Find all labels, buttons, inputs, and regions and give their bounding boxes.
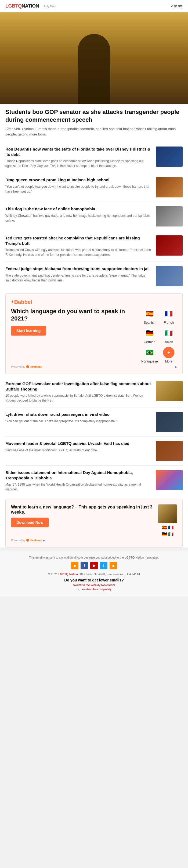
article-text: This dog is the new face of online homop… bbox=[5, 206, 152, 223]
featured-desc: After Sen. Cynthia Lummis made a transph… bbox=[5, 126, 183, 137]
ad2-flag-row: 🇪🇸 🇫🇷 bbox=[158, 525, 177, 530]
article-desc: The state government said that gender-af… bbox=[5, 273, 152, 283]
weekly-newsletter-link[interactable]: Switch to the Weekly Newsletter bbox=[73, 583, 115, 587]
ad-headline: Which language do you want to speak in 2… bbox=[11, 308, 137, 322]
logo-container: LGBTQNATION Daily Brief bbox=[5, 3, 56, 9]
portuguese-label: Portuguese bbox=[141, 360, 158, 363]
article-thumbnail bbox=[156, 147, 183, 167]
article-item[interactable]: Lyft driver shuts down racist passengers… bbox=[5, 407, 183, 437]
article-desc: 10 people were killed by a white suprema… bbox=[5, 393, 152, 403]
visit-site-link[interactable]: Visit site bbox=[171, 4, 183, 8]
article-text: Lyft driver shuts down racist passengers… bbox=[5, 412, 152, 424]
ad2-flag-german: 🇩🇪 bbox=[162, 532, 167, 537]
powered-by: Powered by 🅛 Livelnent ▶ bbox=[11, 366, 177, 368]
figure-silhouette bbox=[78, 34, 110, 104]
article-thumbnail bbox=[156, 381, 183, 401]
rss-icon[interactable]: ■ bbox=[71, 562, 78, 569]
livein-logo: 🅛 Livelnent bbox=[26, 366, 42, 368]
flag-french: 🇫🇷 French bbox=[161, 308, 177, 324]
spanish-label: Spanish bbox=[144, 321, 155, 324]
german-label: German bbox=[144, 340, 155, 344]
article-text: Ron DeSantis now wants the state of Flor… bbox=[5, 147, 152, 168]
article-item[interactable]: Drag queen crowned prom king at Indiana … bbox=[5, 173, 183, 202]
babbel-start-button[interactable]: Start learning bbox=[11, 326, 46, 336]
article-title: Ted Cruz gets roasted after he complains… bbox=[5, 236, 152, 246]
article-list-1: Ron DeSantis now wants the state of Flor… bbox=[0, 142, 188, 290]
lgbtq-nation-link[interactable]: LGBTQ Nation bbox=[58, 572, 78, 576]
footer-address: 584 Castro St. #623, San Francisco, CA 9… bbox=[79, 572, 140, 576]
flag-italian: 🇮🇹 Italian bbox=[161, 327, 177, 344]
french-label: French bbox=[164, 321, 174, 324]
babbel-ad: +Babbel Which language do you want to sp… bbox=[5, 293, 183, 374]
footer: This email was sent to xxxxx@gmail.com b… bbox=[0, 550, 188, 596]
ad2-content: Want to learn a new language? – This app… bbox=[11, 504, 177, 537]
babbel-download-button[interactable]: Download Now bbox=[11, 518, 49, 527]
spanish-flag-icon: 🇪🇸 bbox=[144, 308, 155, 320]
article-title: Federal judge stops Alabama from throwin… bbox=[5, 266, 152, 272]
article-thumbnail bbox=[156, 266, 183, 286]
article-thumbnail bbox=[156, 412, 183, 432]
article-text: Movement leader & pivotal LGBTQ activist… bbox=[5, 441, 152, 453]
article-desc: Trump called Cruz's wife ugly and said h… bbox=[5, 248, 152, 257]
article-item[interactable]: This dog is the new face of online homop… bbox=[5, 202, 183, 231]
article-text: Drag queen crowned prom king at Indiana … bbox=[5, 177, 152, 194]
featured-article: Students boo GOP senator as she attacks … bbox=[0, 12, 188, 142]
article-text: Federal judge stops Alabama from throwin… bbox=[5, 266, 152, 283]
ad2-flag-french: 🇫🇷 bbox=[168, 525, 174, 530]
article-desc: Whitney Chewston has two gay dads, and n… bbox=[5, 213, 152, 223]
logo: LGBTQNATION bbox=[5, 3, 39, 9]
featured-content: Students boo GOP senator as she attacks … bbox=[0, 104, 188, 142]
fewer-emails-label: Do you want to get fewer emails? bbox=[5, 578, 183, 582]
article-text: Ted Cruz gets roasted after he complains… bbox=[5, 236, 152, 257]
youtube-icon[interactable]: ▶ bbox=[90, 562, 98, 569]
twitter-icon[interactable]: t bbox=[100, 562, 107, 569]
more-icon: + bbox=[163, 347, 175, 359]
article-title: This dog is the new face of online homop… bbox=[5, 206, 152, 212]
article-thumbnail bbox=[156, 441, 183, 461]
article-item[interactable]: Biden issues statement on International … bbox=[5, 466, 183, 496]
ad2-text: Want to learn a new language? – This app… bbox=[11, 504, 154, 527]
flag-more: + More bbox=[161, 347, 177, 363]
article-title: Movement leader & pivotal LGBTQ activist… bbox=[5, 441, 152, 446]
rss2-icon[interactable]: ■ bbox=[110, 562, 117, 569]
ad2-marker: ▶ bbox=[43, 539, 45, 542]
article-text: Biden issues statement on International … bbox=[5, 470, 152, 492]
article-thumbnail bbox=[156, 206, 183, 226]
ad2-powered-by: Powered by 🅛 Livelnent ▶ bbox=[11, 539, 177, 542]
ad-text: Which language do you want to speak in 2… bbox=[11, 308, 137, 336]
ad2-livein-logo: 🅛 Livelnent bbox=[26, 539, 42, 542]
ad2-image bbox=[158, 504, 177, 523]
article-desc: May 17, 1990 was when the World Health O… bbox=[5, 482, 152, 492]
flag-german: 🇩🇪 German bbox=[141, 327, 158, 344]
or-text: or, bbox=[77, 588, 80, 591]
footer-email-notice: This email was sent to xxxxx@gmail.com b… bbox=[5, 556, 183, 559]
footer-copyright: © 2021 LGBTQ Nation 584 Castro St. #623,… bbox=[5, 572, 183, 576]
daily-brief-label: Daily Brief bbox=[43, 5, 56, 8]
footer-social-icons: ■ f ▶ t ■ bbox=[5, 562, 183, 569]
article-desc: "You can get out of the car. That's inap… bbox=[5, 419, 152, 424]
facebook-icon[interactable]: f bbox=[81, 562, 88, 569]
flag-portuguese: 🇧🇷 Portuguese bbox=[141, 347, 158, 363]
unsubscribe-link[interactable]: unsubscribe completely bbox=[81, 588, 111, 591]
babbel-logo: +Babbel bbox=[11, 299, 177, 305]
featured-image bbox=[0, 12, 188, 104]
main-content: Students boo GOP senator as she attacks … bbox=[0, 12, 188, 548]
article-item[interactable]: Extreme GOP lawmaker under investigation… bbox=[5, 377, 183, 407]
logo-lgbtq: LGBTQ bbox=[5, 3, 22, 9]
featured-title[interactable]: Students boo GOP senator as she attacks … bbox=[5, 108, 183, 124]
ad-flags: 🇪🇸 Spanish 🇫🇷 French 🇩🇪 German 🇮🇹 Italia… bbox=[141, 308, 177, 363]
article-thumbnail bbox=[156, 470, 183, 490]
article-item[interactable]: Ron DeSantis now wants the state of Flor… bbox=[5, 142, 183, 173]
ad2-flag-row2: 🇩🇪 🇮🇹 bbox=[158, 532, 177, 537]
article-list-2: Extreme GOP lawmaker under investigation… bbox=[0, 377, 188, 496]
article-text: Extreme GOP lawmaker under investigation… bbox=[5, 381, 152, 403]
article-title: Lyft driver shuts down racist passengers… bbox=[5, 412, 152, 417]
article-title: Ron DeSantis now wants the state of Flor… bbox=[5, 147, 152, 157]
logo-nation: NATION bbox=[22, 3, 39, 9]
ad2-headline: Want to learn a new language? – This app… bbox=[11, 504, 154, 515]
article-item[interactable]: Ted Cruz gets roasted after he complains… bbox=[5, 231, 183, 262]
article-item[interactable]: Movement leader & pivotal LGBTQ activist… bbox=[5, 437, 183, 466]
article-item[interactable]: Federal judge stops Alabama from throwin… bbox=[5, 262, 183, 290]
article-thumbnail bbox=[156, 177, 183, 197]
article-desc: Florida Republicans didn't even pass an … bbox=[5, 159, 152, 168]
